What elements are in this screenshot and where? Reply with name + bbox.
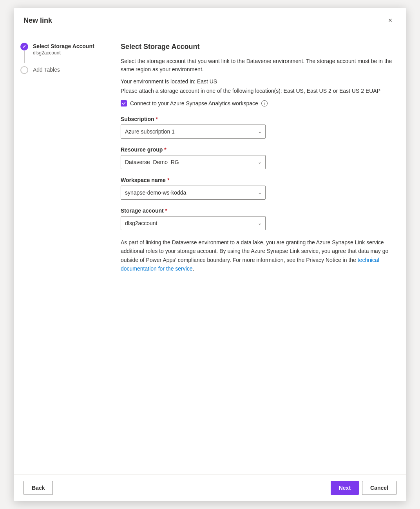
step-label-2: Add Tables xyxy=(33,67,60,73)
subscription-label: Subscription * xyxy=(121,116,393,122)
resource-group-select[interactable]: Dataverse_Demo_RG xyxy=(121,155,266,169)
storage-account-label: Storage account * xyxy=(121,208,393,214)
synapse-checkbox-row: Connect to your Azure Synapse Analytics … xyxy=(121,100,393,106)
steps-panel: ✓ Select Storage Account dlsg2account Ad… xyxy=(14,33,108,474)
subscription-select[interactable]: Azure subscription 1 Azure subscription … xyxy=(121,125,266,139)
step-connector-1 xyxy=(24,51,25,63)
storage-account-select[interactable]: dlsg2account xyxy=(121,216,266,230)
step-item-add-tables: Add Tables xyxy=(20,66,101,74)
resource-group-required-star: * xyxy=(164,146,166,153)
location-notice: Please attach a storage account in one o… xyxy=(121,88,393,94)
subscription-field: Subscription * Azure subscription 1 Azur… xyxy=(121,116,393,139)
subscription-required-star: * xyxy=(156,116,158,122)
cancel-button[interactable]: Cancel xyxy=(362,481,396,495)
info-icon[interactable]: i xyxy=(261,100,268,106)
synapse-checkbox[interactable] xyxy=(121,100,127,106)
resource-group-label: Resource group * xyxy=(121,146,393,153)
storage-account-field: Storage account * dlsg2account ⌄ xyxy=(121,208,393,230)
step-sublabel-1: dlsg2account xyxy=(33,50,94,56)
subscription-select-wrapper: Azure subscription 1 Azure subscription … xyxy=(121,125,266,139)
workspace-name-select[interactable]: synapse-demo-ws-kodda xyxy=(121,186,266,200)
description-text: Select the storage account that you want… xyxy=(121,57,393,74)
dialog-title: New link xyxy=(24,16,52,25)
footer-left: Back xyxy=(24,481,53,495)
dialog-footer: Back Next Cancel xyxy=(14,474,406,501)
workspace-name-field: Workspace name * synapse-demo-ws-kodda ⌄ xyxy=(121,177,393,200)
back-button[interactable]: Back xyxy=(24,481,53,495)
dialog-header: New link × xyxy=(14,8,406,33)
step-circle-2 xyxy=(20,66,28,74)
section-title: Select Storage Account xyxy=(121,43,393,51)
workspace-name-label: Workspace name * xyxy=(121,177,393,183)
step-item-select-storage: ✓ Select Storage Account dlsg2account xyxy=(20,43,101,63)
environment-location: Your environment is located in: East US xyxy=(121,78,393,85)
disclaimer-text: As part of linking the Dataverse environ… xyxy=(121,238,393,273)
workspace-name-required-star: * xyxy=(167,177,169,183)
step-circle-1: ✓ xyxy=(20,43,28,51)
storage-account-select-wrapper: dlsg2account ⌄ xyxy=(121,216,266,230)
dialog-body: ✓ Select Storage Account dlsg2account Ad… xyxy=(14,33,406,474)
main-content: Select Storage Account Select the storag… xyxy=(108,33,406,474)
synapse-checkbox-label: Connect to your Azure Synapse Analytics … xyxy=(130,100,258,106)
footer-right: Next Cancel xyxy=(331,481,396,495)
resource-group-select-wrapper: Dataverse_Demo_RG ⌄ xyxy=(121,155,266,169)
storage-account-required-star: * xyxy=(165,208,167,214)
new-link-dialog: New link × ✓ Select Storage Account dlsg… xyxy=(14,8,406,501)
resource-group-field: Resource group * Dataverse_Demo_RG ⌄ xyxy=(121,146,393,169)
close-button[interactable]: × xyxy=(384,14,396,27)
step-label-1: Select Storage Account xyxy=(33,43,94,49)
next-button[interactable]: Next xyxy=(331,481,359,495)
workspace-name-select-wrapper: synapse-demo-ws-kodda ⌄ xyxy=(121,186,266,200)
